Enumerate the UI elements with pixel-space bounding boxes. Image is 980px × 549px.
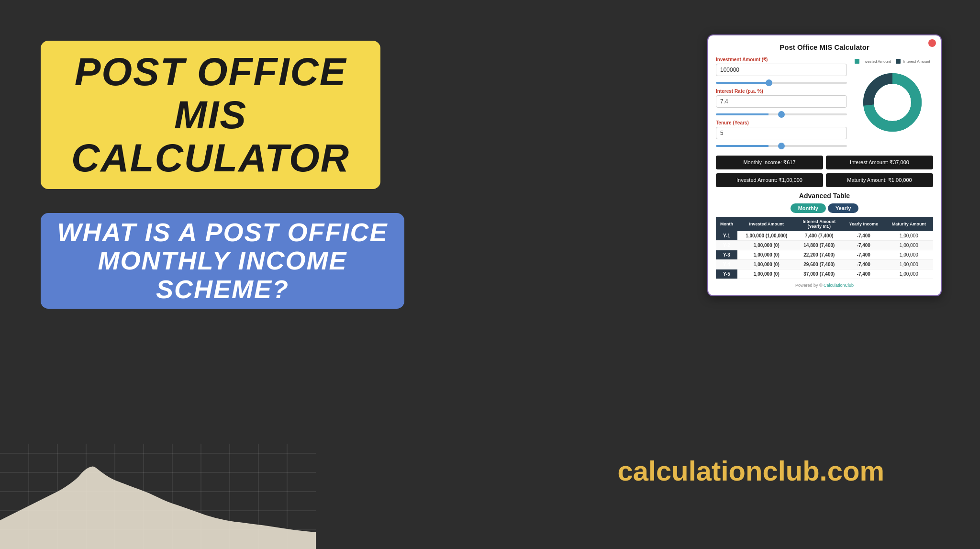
main-title: POST OFFICE MIS CALCULATOR bbox=[41, 41, 380, 190]
table-row: Y-4 1,00,000 (0) 29,600 (7,400) -7,400 1… bbox=[716, 260, 933, 269]
tenure-slider[interactable] bbox=[716, 145, 847, 147]
row-invested: 1,00,000 (0) bbox=[737, 269, 796, 279]
col-maturity: Maturity Amount bbox=[885, 217, 933, 231]
calculator-widget: Post Office MIS Calculator Investment Am… bbox=[707, 34, 942, 296]
row-label: Y-5 bbox=[716, 269, 737, 279]
tab-monthly[interactable]: Monthly bbox=[791, 203, 826, 213]
row-interest: 7,400 (7,400) bbox=[796, 231, 843, 241]
row-label: Y-4 bbox=[716, 260, 737, 269]
row-label: Y-1 bbox=[716, 231, 737, 241]
chart-legend: Invested Amount Interest Amount bbox=[855, 59, 930, 64]
donut-chart bbox=[861, 71, 924, 134]
advanced-table-section: Advanced Table Monthly Yearly Month Inve… bbox=[716, 192, 933, 279]
interest-input[interactable] bbox=[716, 95, 847, 108]
calc-inputs: Investment Amount (₹) Interest Rate (p.a… bbox=[716, 57, 847, 152]
blue-box: WHAT IS A POST OFFICE MONTHLY INCOME SCH… bbox=[41, 213, 404, 309]
result-row-1: Monthly Income: ₹617 Interest Amount: ₹3… bbox=[716, 156, 933, 169]
row-yearly-income: -7,400 bbox=[843, 231, 885, 241]
bottom-wave bbox=[0, 444, 316, 549]
row-interest: 22,200 (7,400) bbox=[796, 250, 843, 260]
maturity-amount-box: Maturity Amount: ₹1,00,000 bbox=[826, 173, 933, 187]
data-table: Month Invested Amount Interest Amount(Ye… bbox=[716, 217, 933, 279]
tenure-label: Tenure (Years) bbox=[716, 120, 847, 125]
row-yearly-income: -7,400 bbox=[843, 269, 885, 279]
tab-buttons: Monthly Yearly bbox=[716, 203, 933, 213]
row-yearly-income: -7,400 bbox=[843, 250, 885, 260]
row-yearly-income: -7,400 bbox=[843, 241, 885, 250]
table-row: Y-3 1,00,000 (0) 22,200 (7,400) -7,400 1… bbox=[716, 250, 933, 260]
row-invested: 1,00,000 (0) bbox=[737, 241, 796, 250]
col-interest: Interest Amount(Yearly Int.) bbox=[796, 217, 843, 231]
interest-legend-label: Interest Amount bbox=[903, 59, 930, 64]
row-interest: 29,600 (7,400) bbox=[796, 260, 843, 269]
investment-slider[interactable] bbox=[716, 82, 847, 84]
subtitle: WHAT IS A POST OFFICE MONTHLY INCOME SCH… bbox=[41, 209, 404, 313]
investment-input[interactable] bbox=[716, 64, 847, 76]
advanced-table-title: Advanced Table bbox=[716, 192, 933, 200]
invested-legend-label: Invested Amount bbox=[862, 59, 891, 64]
row-maturity: 1,00,000 bbox=[885, 260, 933, 269]
row-interest: 37,000 (7,400) bbox=[796, 269, 843, 279]
row-label: Y-2 bbox=[716, 241, 737, 250]
row-invested: 1,00,000 (0) bbox=[737, 250, 796, 260]
col-yearly-income: Yearly Income bbox=[843, 217, 885, 231]
tenure-input[interactable] bbox=[716, 127, 847, 139]
row-yearly-income: -7,400 bbox=[843, 260, 885, 269]
interest-label: Interest Rate (p.a. %) bbox=[716, 89, 847, 94]
row-maturity: 1,00,000 bbox=[885, 241, 933, 250]
row-invested: 1,00,000 (1,00,000) bbox=[737, 231, 796, 241]
close-button[interactable] bbox=[928, 39, 936, 47]
table-row: Y-5 1,00,000 (0) 37,000 (7,400) -7,400 1… bbox=[716, 269, 933, 279]
row-maturity: 1,00,000 bbox=[885, 250, 933, 260]
powered-by: Powered by © CalculationClub bbox=[716, 283, 933, 288]
table-row: Y-1 1,00,000 (1,00,000) 7,400 (7,400) -7… bbox=[716, 231, 933, 241]
monthly-income-box: Monthly Income: ₹617 bbox=[716, 156, 823, 169]
website-label: calculationclub.com bbox=[617, 455, 884, 487]
col-month: Month bbox=[716, 217, 737, 231]
row-interest: 14,800 (7,400) bbox=[796, 241, 843, 250]
tab-yearly[interactable]: Yearly bbox=[828, 203, 858, 213]
calc-chart: Invested Amount Interest Amount bbox=[852, 57, 933, 152]
table-row: Y-2 1,00,000 (0) 14,800 (7,400) -7,400 1… bbox=[716, 241, 933, 250]
calculator-title: Post Office MIS Calculator bbox=[716, 43, 933, 51]
row-invested: 1,00,000 (0) bbox=[737, 260, 796, 269]
investment-label: Investment Amount (₹) bbox=[716, 57, 847, 62]
interest-legend-dot bbox=[896, 59, 901, 64]
calculationclub-link[interactable]: CalculationClub bbox=[824, 283, 854, 288]
invested-amount-box: Invested Amount: ₹1,00,000 bbox=[716, 173, 823, 187]
svg-point-18 bbox=[876, 86, 909, 119]
invested-legend-dot bbox=[855, 59, 859, 64]
interest-slider[interactable] bbox=[716, 113, 847, 115]
row-maturity: 1,00,000 bbox=[885, 231, 933, 241]
result-row-2: Invested Amount: ₹1,00,000 Maturity Amou… bbox=[716, 173, 933, 187]
row-label: Y-3 bbox=[716, 250, 737, 260]
col-invested: Invested Amount bbox=[737, 217, 796, 231]
row-maturity: 1,00,000 bbox=[885, 269, 933, 279]
yellow-box: POST OFFICE MIS CALCULATOR bbox=[41, 41, 380, 189]
interest-amount-box: Interest Amount: ₹37,000 bbox=[826, 156, 933, 169]
